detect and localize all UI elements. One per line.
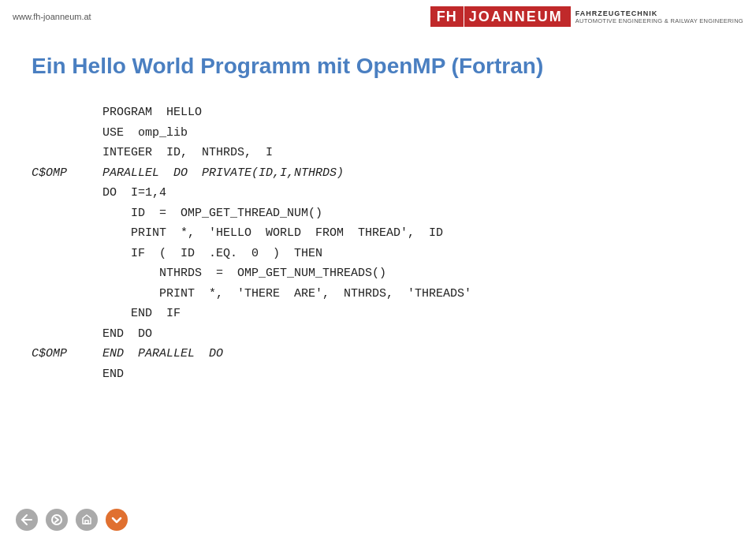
code-line: END (32, 364, 724, 385)
code-prefix: C$OMP (32, 163, 102, 184)
code-line: END DO (32, 324, 724, 345)
svg-rect-1 (85, 521, 88, 524)
code-prefix (32, 244, 102, 264)
code-prefix (32, 123, 102, 144)
code-line: ID = OMP_GET_THREAD_NUM() (32, 203, 724, 224)
code-text: NTHRDS = OMP_GET_NUM_THREADS() (102, 263, 386, 284)
code-prefix (32, 284, 102, 304)
page-title: Ein Hello World Programm mit OpenMP (For… (32, 54, 724, 79)
logo-fh: FH (430, 6, 464, 27)
website-url: www.fh-joanneum.at (13, 12, 91, 21)
code-text: PROGRAM HELLO (102, 103, 202, 123)
code-line: USE omp_lib (32, 123, 724, 144)
code-line: PROGRAM HELLO (32, 103, 724, 123)
code-text: END DO (102, 324, 152, 345)
code-text: DO I=1,4 (102, 183, 166, 203)
code-line: PRINT *, 'THERE ARE', NTHRDS, 'THREADS' (32, 284, 724, 304)
nav-back-button[interactable] (16, 509, 38, 531)
main-content: Ein Hello World Programm mit OpenMP (For… (0, 30, 756, 400)
code-prefix (32, 183, 102, 203)
code-line: IF ( ID .EQ. 0 ) THEN (32, 244, 724, 264)
code-text: END (102, 364, 124, 385)
code-text: PRINT *, 'HELLO WORLD FROM THREAD', ID (102, 223, 443, 244)
code-block: PROGRAM HELLO USE omp_lib INTEGER ID, NT… (32, 103, 724, 384)
svg-point-0 (52, 515, 61, 524)
code-text: END IF (102, 304, 181, 324)
code-line: C$OMP PARALLEL DO PRIVATE(ID,I,NTHRDS) (32, 163, 724, 184)
code-text: INTEGER ID, NTHRDS, I (102, 143, 273, 163)
logo-area: FH JOANNEUM FAHRZEUGTECHNIK AUTOMOTIVE E… (430, 6, 743, 27)
code-text: IF ( ID .EQ. 0 ) THEN (102, 244, 322, 264)
code-prefix (32, 304, 102, 324)
code-prefix (32, 263, 102, 284)
logo-subtitle2: AUTOMOTIVE ENGINEERING & RAILWAY ENGINEE… (575, 17, 743, 24)
logo-subtitle1: FAHRZEUGTECHNIK (575, 9, 743, 17)
forward-icon (50, 513, 63, 526)
logo-right-text: FAHRZEUGTECHNIK AUTOMOTIVE ENGINEERING &… (575, 9, 743, 24)
code-prefix (32, 103, 102, 123)
logo-joanneum: JOANNEUM (464, 6, 571, 27)
nav-down-button[interactable] (106, 509, 128, 531)
code-text: ID = OMP_GET_THREAD_NUM() (102, 203, 322, 224)
bottom-nav (16, 509, 128, 531)
code-text: PARALLEL DO PRIVATE(ID,I,NTHRDS) (102, 163, 344, 184)
code-prefix (32, 223, 102, 244)
code-prefix (32, 324, 102, 345)
code-line: PRINT *, 'HELLO WORLD FROM THREAD', ID (32, 223, 724, 244)
nav-forward-button[interactable] (46, 509, 68, 531)
home-icon (80, 513, 93, 526)
code-prefix (32, 203, 102, 224)
code-text: PRINT *, 'THERE ARE', NTHRDS, 'THREADS' (102, 284, 471, 304)
code-line: DO I=1,4 (32, 183, 724, 203)
code-line: C$OMP END PARALLEL DO (32, 344, 724, 364)
code-line: INTEGER ID, NTHRDS, I (32, 143, 724, 163)
code-prefix (32, 364, 102, 385)
code-line: NTHRDS = OMP_GET_NUM_THREADS() (32, 263, 724, 284)
code-text: USE omp_lib (102, 123, 188, 144)
down-icon (110, 513, 123, 526)
back-icon (20, 513, 33, 526)
code-prefix: C$OMP (32, 344, 102, 364)
code-prefix (32, 143, 102, 163)
code-line: END IF (32, 304, 724, 324)
code-text: END PARALLEL DO (102, 344, 223, 364)
nav-home-button[interactable] (76, 509, 98, 531)
header: www.fh-joanneum.at FH JOANNEUM FAHRZEUGT… (0, 0, 756, 30)
